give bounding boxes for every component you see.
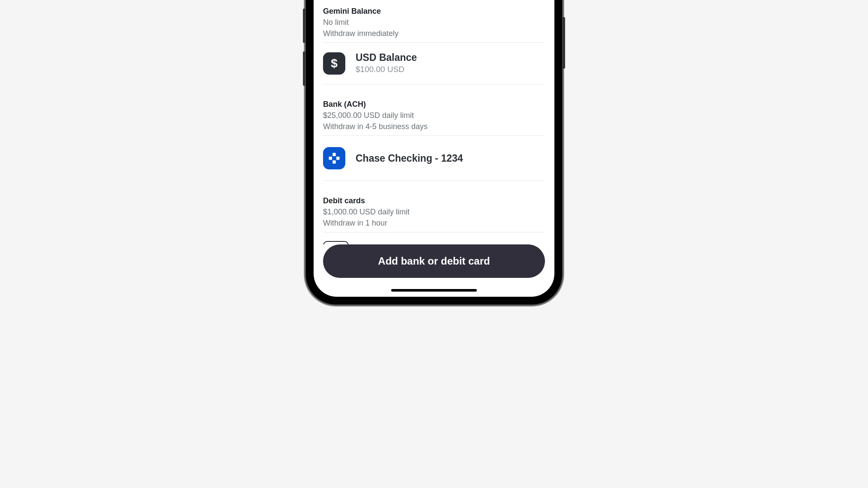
section-title: Debit cards xyxy=(323,196,545,206)
item-title: USD Balance xyxy=(356,51,417,64)
apple-pay-icon: Pay xyxy=(323,241,349,244)
phone-screen: Gemini Balance No limit Withdraw immedia… xyxy=(314,0,554,297)
svg-rect-1 xyxy=(336,157,340,160)
phone-device-frame: Gemini Balance No limit Withdraw immedia… xyxy=(306,0,562,304)
payment-method-apple-pay[interactable]: Pay Apple Pay xyxy=(323,232,545,244)
section-withdraw: Withdraw in 4-5 business days xyxy=(323,121,545,132)
dollar-icon: $ xyxy=(323,52,345,75)
section-limit: $25,000.00 USD daily limit xyxy=(323,110,545,121)
section-limit: No limit xyxy=(323,17,545,28)
add-bank-or-debit-card-button[interactable]: Add bank or debit card xyxy=(323,244,545,278)
section-limit: $1,000.00 USD daily limit xyxy=(323,206,545,217)
section-header-debit: Debit cards $1,000.00 USD daily limit Wi… xyxy=(323,193,545,229)
svg-rect-2 xyxy=(332,160,336,164)
section-header-gemini: Gemini Balance No limit Withdraw immedia… xyxy=(323,3,545,40)
section-title: Bank (ACH) xyxy=(323,99,545,110)
phone-volume-up-button xyxy=(303,9,305,43)
screen-content: Gemini Balance No limit Withdraw immedia… xyxy=(314,0,554,244)
phone-power-button xyxy=(563,17,565,69)
svg-rect-0 xyxy=(332,153,336,157)
section-withdraw: Withdraw in 1 hour xyxy=(323,217,545,229)
chase-bank-icon xyxy=(323,147,345,169)
svg-rect-3 xyxy=(329,157,332,160)
section-title: Gemini Balance xyxy=(323,6,545,17)
section-withdraw: Withdraw immediately xyxy=(323,28,545,39)
payment-method-usd-balance[interactable]: $ USD Balance $100.00 USD xyxy=(323,43,545,84)
home-indicator[interactable] xyxy=(391,289,477,292)
phone-volume-down-button xyxy=(303,51,305,86)
item-subtitle: $100.00 USD xyxy=(356,64,417,75)
item-title: Chase Checking - 1234 xyxy=(356,152,463,165)
section-header-bank: Bank (ACH) $25,000.00 USD daily limit Wi… xyxy=(323,96,545,133)
payment-method-chase-checking[interactable]: Chase Checking - 1234 xyxy=(323,136,545,181)
